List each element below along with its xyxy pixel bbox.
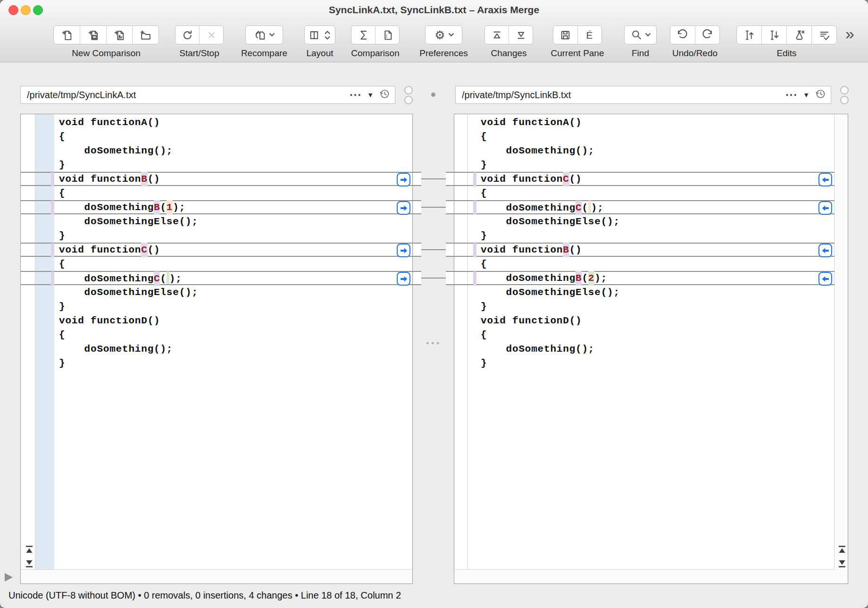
- left-file-pane[interactable]: void functionA(){ doSomething();}void fu…: [20, 114, 413, 584]
- code-line[interactable]: doSomethingElse();: [481, 286, 620, 300]
- chevron-down-icon: [449, 33, 454, 37]
- new-image-comparison-button[interactable]: [107, 26, 133, 44]
- code-line[interactable]: doSomething();: [481, 144, 594, 158]
- browse-icon[interactable]: ···: [350, 90, 362, 100]
- code-line[interactable]: }: [59, 356, 65, 371]
- pane-link-indicator[interactable]: [404, 96, 413, 104]
- code-line[interactable]: {: [481, 257, 487, 271]
- new-binary-comparison-icon: 01: [87, 29, 100, 42]
- copy-change-to-left-button[interactable]: [818, 201, 832, 215]
- comparison-summary-icon: [357, 29, 370, 42]
- code-line[interactable]: }: [481, 356, 487, 371]
- start-button[interactable]: [175, 26, 200, 44]
- disclosure-triangle-icon[interactable]: [5, 573, 13, 582]
- encoding-button[interactable]: É: [578, 26, 602, 44]
- code-line[interactable]: void functionC(): [481, 172, 582, 186]
- code-line[interactable]: {: [59, 257, 65, 271]
- code-line[interactable]: {: [59, 130, 65, 144]
- goto-last-change-button[interactable]: [838, 559, 846, 568]
- push-change-down-button[interactable]: [762, 26, 787, 44]
- code-line[interactable]: void functionA(): [59, 116, 160, 130]
- history-icon[interactable]: [379, 88, 390, 101]
- code-line[interactable]: void functionB(): [59, 172, 160, 186]
- recompare-button[interactable]: [246, 26, 283, 44]
- search-button[interactable]: [625, 26, 656, 44]
- undo-button[interactable]: [670, 26, 695, 44]
- code-line[interactable]: doSomethingElse();: [59, 215, 198, 229]
- goto-last-change-button[interactable]: [25, 559, 33, 568]
- redo-button[interactable]: [695, 26, 720, 44]
- comparison-summary-button[interactable]: [351, 26, 376, 44]
- code-line[interactable]: {: [481, 130, 487, 144]
- chevron-down-icon[interactable]: ▼: [367, 91, 374, 99]
- next-change-button[interactable]: [509, 26, 533, 44]
- code-line[interactable]: {: [59, 328, 65, 342]
- toolbar-group-label: Undo/Redo: [672, 48, 718, 59]
- copy-change-to-right-button[interactable]: [397, 244, 410, 257]
- code-line[interactable]: void functionD(): [481, 314, 582, 328]
- copy-change-to-left-button[interactable]: [818, 173, 832, 186]
- new-binary-comparison-button[interactable]: 01: [80, 26, 107, 44]
- code-line[interactable]: doSomethingC();: [59, 271, 182, 286]
- code-line[interactable]: }: [481, 300, 487, 314]
- code-line[interactable]: }: [481, 229, 487, 243]
- pane-link-indicator[interactable]: [404, 86, 413, 94]
- code-line[interactable]: }: [59, 158, 65, 172]
- code-line[interactable]: doSomething();: [481, 342, 594, 356]
- code-line[interactable]: void functionB(): [481, 243, 582, 257]
- toolbar-group-label: Changes: [491, 48, 526, 59]
- save-button[interactable]: [553, 26, 578, 44]
- discard-edits-button[interactable]: [787, 26, 812, 44]
- right-file-pane[interactable]: void functionA(){ doSomething();}void fu…: [454, 114, 848, 584]
- copy-change-to-right-button[interactable]: [397, 272, 410, 286]
- toolbar-overflow-button[interactable]: »: [845, 25, 854, 43]
- code-line[interactable]: {: [481, 186, 487, 201]
- code-line[interactable]: void functionD(): [59, 314, 160, 328]
- code-line[interactable]: doSomethingB(2);: [481, 271, 607, 286]
- toolbar-group-current-pane: ÉCurrent Pane: [553, 25, 602, 44]
- code-line[interactable]: doSomething();: [59, 144, 173, 158]
- new-text-comparison-button[interactable]: [54, 26, 80, 44]
- browse-icon[interactable]: ···: [785, 90, 798, 100]
- new-folder-comparison-button[interactable]: [133, 26, 159, 44]
- comparison-report-button[interactable]: [376, 26, 399, 44]
- push-change-up-button[interactable]: [737, 26, 762, 44]
- code-line[interactable]: doSomethingC();: [481, 201, 604, 215]
- left-pane-hscrollbar[interactable]: [21, 569, 412, 583]
- copy-change-to-left-button[interactable]: [818, 244, 832, 257]
- copy-change-to-right-button[interactable]: [397, 201, 410, 215]
- code-line[interactable]: {: [59, 186, 65, 201]
- code-line[interactable]: doSomethingElse();: [59, 286, 198, 300]
- toolbar-group-label: Preferences: [419, 48, 467, 59]
- gear-button[interactable]: ⚙: [426, 26, 462, 44]
- goto-first-change-button[interactable]: [838, 545, 846, 554]
- history-icon[interactable]: [815, 88, 826, 101]
- code-line[interactable]: void functionC(): [59, 243, 160, 257]
- chevron-down-icon[interactable]: ▼: [803, 91, 810, 99]
- code-line[interactable]: doSomethingB(1);: [59, 201, 185, 215]
- code-line[interactable]: }: [59, 300, 65, 314]
- copy-change-to-right-button[interactable]: [397, 173, 410, 186]
- code-line[interactable]: }: [481, 158, 487, 172]
- previous-change-button[interactable]: [485, 26, 509, 44]
- redo-icon: [701, 29, 714, 42]
- pane-link-indicator[interactable]: [840, 96, 849, 104]
- pane-link-indicator[interactable]: [840, 86, 849, 94]
- splitter-handle-icon[interactable]: ···: [424, 336, 443, 351]
- code-line[interactable]: void functionA(): [481, 116, 582, 130]
- left-file-path[interactable]: /private/tmp/SyncLinkA.txt: [21, 90, 350, 101]
- toolbar-group-label: Find: [632, 48, 649, 59]
- right-file-path[interactable]: /private/tmp/SyncLinkB.txt: [456, 90, 785, 101]
- right-pane-hscrollbar[interactable]: [454, 569, 835, 583]
- status-bar: Unicode (UTF-8 without BOM) • 0 removals…: [8, 586, 401, 605]
- code-line[interactable]: doSomethingElse();: [481, 215, 620, 229]
- stop-button[interactable]: [200, 26, 223, 44]
- layout-button[interactable]: [305, 26, 335, 44]
- code-line[interactable]: doSomething();: [59, 342, 173, 356]
- toolbar-group-layout: Layout: [304, 25, 335, 44]
- accept-edits-button[interactable]: [812, 26, 836, 44]
- copy-change-to-left-button[interactable]: [818, 272, 832, 286]
- goto-first-change-button[interactable]: [25, 545, 33, 554]
- code-line[interactable]: {: [481, 328, 487, 342]
- code-line[interactable]: }: [59, 229, 65, 243]
